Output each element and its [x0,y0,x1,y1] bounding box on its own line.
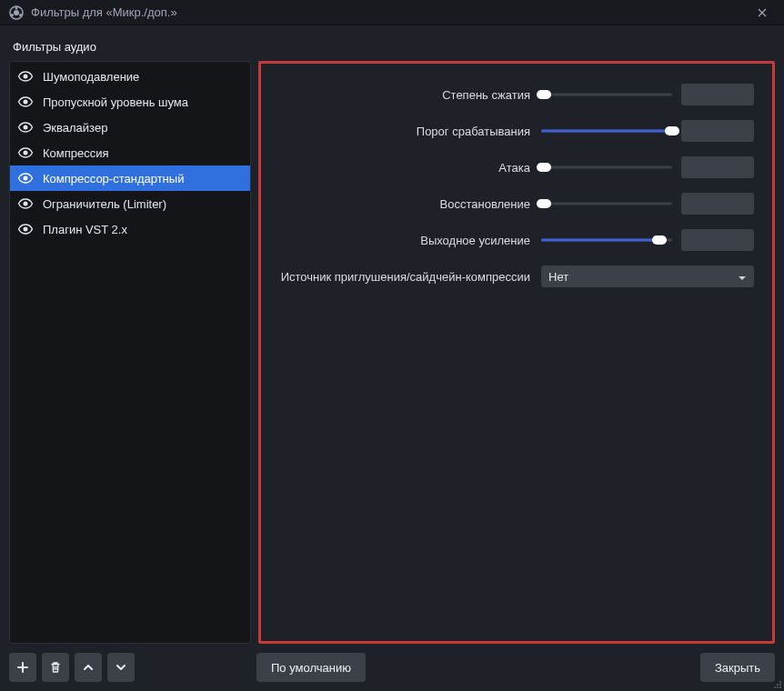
visibility-eye-icon[interactable] [17,170,34,186]
param-label: Восстановление [266,197,532,211]
param-label: Порог срабатывания [266,125,532,138]
attack-spinbox[interactable] [681,156,754,178]
visibility-eye-icon[interactable] [17,68,34,85]
svg-point-16 [777,686,779,688]
param-row-thresh: Порог срабатывания [266,113,754,149]
param-label: Источник приглушения/сайдчейн-компрессии [266,270,532,284]
gain-input[interactable] [681,229,754,251]
svg-point-8 [24,151,28,155]
filter-item-label: Ограничитель (Limiter) [43,197,166,211]
svg-point-9 [24,176,28,181]
svg-point-6 [24,100,28,105]
filter-list: ШумоподавлениеПропускной уровень шумаЭкв… [9,61,251,644]
svg-point-5 [24,75,28,79]
param-row-attack: Атака [266,149,754,185]
section-title: Фильтры аудио [9,35,775,61]
svg-point-10 [24,202,28,206]
svg-point-1 [14,10,19,15]
param-row-release: Восстановление [266,185,754,222]
chevron-down-icon [738,270,747,284]
gain-slider[interactable] [541,233,672,247]
filter-item-label: Пропускной уровень шума [43,95,188,109]
svg-point-3 [19,14,22,16]
filter-item-label: Эквалайзер [43,121,107,135]
ratio-input[interactable] [681,84,754,105]
filter-item-label: Шумоподавление [43,70,139,84]
svg-point-11 [24,227,28,232]
param-label: Выходное усиление [266,234,532,247]
release-slider[interactable] [541,196,672,211]
gain-spinbox[interactable] [681,229,754,251]
window-title: Фильтры для «Микр./доп.» [31,5,749,19]
filter-item[interactable]: Компрессия [10,140,250,165]
title-bar: Фильтры для «Микр./доп.» [0,0,784,25]
visibility-eye-icon[interactable] [17,221,34,237]
thresh-slider[interactable] [541,124,672,138]
svg-point-14 [779,684,781,686]
filter-properties-pane: Степень сжатияПорог срабатыванияАтакаВос… [258,61,775,644]
visibility-eye-icon[interactable] [17,94,34,110]
move-down-button[interactable] [107,653,135,682]
release-spinbox[interactable] [681,193,754,215]
param-label: Степень сжатия [266,88,532,102]
resize-grip-icon[interactable] [771,678,782,689]
param-label: Атака [266,161,532,175]
filter-item-label: Плагин VST 2.x [43,223,127,236]
svg-point-13 [777,684,779,686]
close-window-button[interactable] [749,5,775,20]
svg-point-12 [779,681,781,683]
filter-item[interactable]: Компрессор-стандартный [10,165,250,191]
svg-point-4 [11,14,14,16]
svg-point-15 [774,686,776,688]
param-row-ratio: Степень сжатия [266,76,754,113]
ratio-spinbox[interactable] [681,84,754,105]
param-row-sidechain: Источник приглушения/сайдчейн-компрессии… [266,258,754,295]
app-icon [9,5,24,20]
filter-item-label: Компрессия [43,146,109,160]
delete-filter-button[interactable] [42,653,69,682]
filter-item[interactable]: Плагин VST 2.x [10,216,250,242]
svg-point-2 [15,6,18,9]
filter-item[interactable]: Шумоподавление [10,64,250,89]
release-input[interactable] [681,193,754,215]
svg-point-7 [24,125,28,130]
visibility-eye-icon[interactable] [17,119,34,135]
visibility-eye-icon[interactable] [17,145,34,161]
filter-item-label: Компрессор-стандартный [43,172,184,185]
move-up-button[interactable] [75,653,102,682]
attack-slider[interactable] [541,160,672,175]
svg-point-17 [779,686,781,688]
bottom-bar: По умолчанию Закрыть [9,644,775,682]
ratio-slider[interactable] [541,87,672,102]
attack-input[interactable] [681,156,754,178]
defaults-button[interactable]: По умолчанию [256,653,366,682]
sidechain-select[interactable]: Нет [541,265,754,287]
thresh-input[interactable] [681,120,754,142]
filter-item[interactable]: Пропускной уровень шума [10,89,250,115]
thresh-spinbox[interactable] [681,120,754,142]
visibility-eye-icon[interactable] [17,195,34,212]
close-button[interactable]: Закрыть [700,653,775,682]
select-value: Нет [548,270,568,284]
param-row-gain: Выходное усиление [266,222,754,258]
add-filter-button[interactable] [9,653,36,682]
filter-item[interactable]: Эквалайзер [10,115,250,140]
filter-item[interactable]: Ограничитель (Limiter) [10,191,250,216]
